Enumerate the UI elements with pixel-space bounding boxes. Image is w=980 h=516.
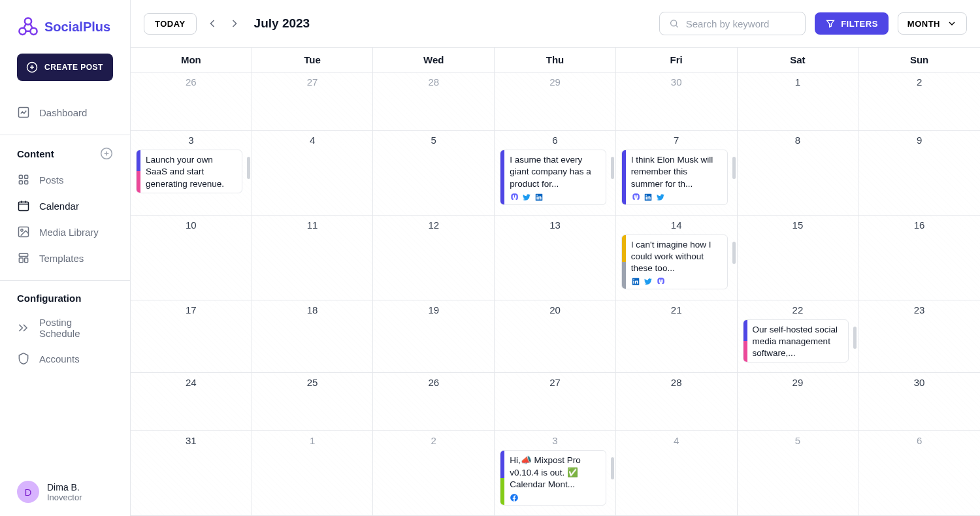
calendar-cell[interactable]: 15: [738, 216, 859, 300]
day-number: 18: [257, 304, 368, 318]
user-menu[interactable]: D Dima B. Inovector: [0, 468, 130, 516]
calendar-cell[interactable]: 2: [858, 73, 980, 131]
day-number: 25: [257, 377, 368, 391]
calendar-cell[interactable]: 20: [495, 300, 616, 374]
nav-posts[interactable]: Posts: [17, 167, 113, 193]
calendar-cell[interactable]: 3Launch your own SaaS and start generati…: [131, 131, 252, 216]
calendar-cell[interactable]: 26: [373, 373, 495, 431]
calendar-cell[interactable]: 5: [738, 431, 859, 516]
calendar-cell[interactable]: 24: [131, 373, 252, 431]
calendar-post[interactable]: I asume that every giant company has a p…: [500, 150, 606, 205]
calendar-post[interactable]: Launch your own SaaS and start generatin…: [136, 150, 242, 193]
calendar: MonTueWedThuFriSatSun 2627282930123Launc…: [131, 47, 980, 516]
day-number: 23: [864, 304, 975, 318]
brand-logo: SocialPlus: [0, 0, 130, 54]
calendar-cell[interactable]: 4: [252, 131, 374, 216]
today-button[interactable]: TODAY: [144, 13, 197, 35]
post-social-icons: [631, 277, 722, 286]
nav-dashboard[interactable]: Dashboard: [17, 99, 113, 125]
month-title: July 2023: [254, 16, 310, 31]
calendar-cell[interactable]: 29: [495, 73, 616, 131]
calendar-cell[interactable]: 28: [373, 73, 495, 131]
calendar-cell[interactable]: 5: [373, 131, 495, 216]
post-text: I think Elon Musk will remember this sum…: [626, 150, 727, 204]
calendar-cell[interactable]: 23: [858, 300, 980, 374]
calendar-cell[interactable]: 26: [131, 73, 252, 131]
day-number: 4: [257, 135, 368, 148]
search-input[interactable]: [686, 18, 796, 29]
day-number: 3: [500, 435, 610, 449]
calendar-cell[interactable]: 12: [373, 216, 495, 300]
cell-scrollbar[interactable]: [732, 157, 736, 179]
post-social-icons: [510, 193, 600, 202]
calendar-cell[interactable]: 11: [252, 216, 374, 300]
calendar-cell[interactable]: 25: [252, 373, 374, 431]
calendar-cell[interactable]: 18: [252, 300, 374, 374]
svg-rect-8: [19, 181, 22, 184]
add-content-icon[interactable]: [100, 147, 113, 160]
post-text: Launch your own SaaS and start generatin…: [140, 150, 242, 193]
cell-scrollbar[interactable]: [611, 157, 614, 179]
post-social-icons: [631, 193, 722, 202]
cell-scrollbar[interactable]: [853, 327, 857, 349]
cell-scrollbar[interactable]: [611, 457, 614, 479]
search-field[interactable]: [659, 12, 806, 35]
calendar-post[interactable]: Our self-hosted social media management …: [743, 319, 849, 363]
calendar-post[interactable]: I think Elon Musk will remember this sum…: [621, 150, 728, 205]
calendar-cell[interactable]: 19: [373, 300, 495, 374]
svg-rect-7: [25, 175, 28, 178]
calendar-cell[interactable]: 17: [131, 300, 252, 374]
filters-button[interactable]: FILTERS: [815, 12, 889, 35]
calendar-cell[interactable]: 13: [495, 216, 616, 300]
nav-media[interactable]: Media Library: [17, 219, 113, 245]
create-post-button[interactable]: CREATE POST: [17, 54, 113, 81]
calendar-cell[interactable]: 29: [738, 373, 859, 431]
day-number: 11: [257, 219, 368, 233]
twitter-icon: [522, 193, 531, 202]
nav-calendar[interactable]: Calendar: [17, 193, 113, 219]
day-number: 30: [864, 377, 975, 391]
calendar-post[interactable]: I can't imagine how I could work without…: [621, 234, 728, 290]
nav-templates[interactable]: Templates: [17, 245, 113, 271]
calendar-cell[interactable]: 9: [858, 131, 980, 216]
calendar-cell[interactable]: 14I can't imagine how I could work witho…: [616, 216, 738, 300]
calendar-cell[interactable]: 21: [616, 300, 738, 374]
day-number: 24: [136, 377, 246, 391]
calendar-cell[interactable]: 6I asume that every giant company has a …: [495, 131, 616, 216]
nav-accounts[interactable]: Accounts: [17, 346, 113, 372]
nav-posting-schedule[interactable]: Posting Schedule: [17, 310, 113, 346]
calendar-cell[interactable]: 7I think Elon Musk will remember this su…: [616, 131, 738, 216]
next-month-button[interactable]: [228, 17, 241, 30]
calendar-cell[interactable]: 30: [858, 373, 980, 431]
calendar-cell[interactable]: 30: [616, 73, 738, 131]
calendar-cell[interactable]: 10: [131, 216, 252, 300]
calendar-cell[interactable]: 31: [131, 431, 252, 516]
svg-point-0: [25, 18, 31, 24]
calendar-cell[interactable]: 16: [858, 216, 980, 300]
cell-scrollbar[interactable]: [732, 242, 736, 264]
day-number: 8: [743, 135, 853, 148]
calendar-cell[interactable]: 3Hi,📣 Mixpost Pro v0.10.4 is out. ✅ Cale…: [495, 431, 616, 516]
day-number: 26: [378, 377, 489, 391]
day-number: 26: [136, 76, 246, 90]
calendar-cell[interactable]: 28: [616, 373, 738, 431]
calendar-cell[interactable]: 4: [616, 431, 738, 516]
calendar-cell[interactable]: 1: [738, 73, 859, 131]
day-number: 1: [743, 76, 853, 90]
calendar-cell[interactable]: 8: [738, 131, 859, 216]
view-selector[interactable]: MONTH: [898, 12, 967, 35]
calendar-cell[interactable]: 22Our self-hosted social media managemen…: [738, 300, 859, 374]
calendar-cell[interactable]: 1: [252, 431, 374, 516]
chevron-down-icon: [947, 18, 957, 29]
dow-label: Fri: [616, 48, 738, 73]
cell-scrollbar[interactable]: [247, 157, 250, 179]
day-number: 29: [743, 377, 853, 391]
calendar-post[interactable]: Hi,📣 Mixpost Pro v0.10.4 is out. ✅ Calen…: [500, 450, 606, 506]
prev-month-button[interactable]: [206, 17, 219, 30]
calendar-cell[interactable]: 6: [858, 431, 980, 516]
svg-point-12: [21, 229, 23, 231]
calendar-cell[interactable]: 27: [252, 73, 374, 131]
calendar-cell[interactable]: 27: [495, 373, 616, 431]
day-number: 5: [743, 435, 853, 449]
calendar-cell[interactable]: 2: [373, 431, 495, 516]
